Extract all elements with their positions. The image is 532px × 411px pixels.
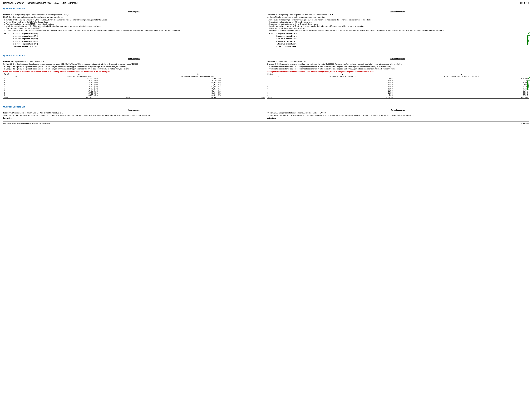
- list-item: Compute the depreciation expense to be r…: [269, 66, 529, 68]
- q2-correct-response: Correct response Exercise 9.3: Depreciat…: [267, 58, 529, 99]
- table-row: 3 118750 (5%) 164,063 (5%): [3, 82, 265, 84]
- q1-content: Your response Exercise 9.2: Distinguishi…: [3, 11, 529, 48]
- table-row: 7 118750 (5%) 52,547 (5%): [3, 90, 265, 92]
- table-row: 1 $ 59375 (5%) $ 125,000 (5%): [3, 77, 265, 79]
- question-2-section: Question 2: Score 2/2 Your response Exer…: [3, 53, 529, 99]
- table-row: 1 $ 59375 $ 125,000: [267, 77, 529, 79]
- q1-your-response: Your response Exercise 9.2: Distinguishi…: [3, 11, 265, 48]
- q1-two-col: Your response Exercise 9.2: Distinguishi…: [3, 11, 529, 48]
- q2-two-col: Your response Exercise 9.3: Depreciation…: [3, 58, 529, 99]
- q2-correct-text: CORRECT: [527, 81, 530, 90]
- divider-1: [3, 51, 529, 51]
- page-header: Homework Manager - Financial Accounting …: [3, 2, 529, 4]
- q2-correct-response-label: Correct response: [267, 58, 529, 60]
- list-item: Compute the depreciation expense to be r…: [269, 68, 529, 70]
- q2-correct-tbody: 1 $ 59375 $ 125,000 2 118750 218,750 3 1…: [267, 77, 529, 99]
- q2-checkmark-icon: ✓: [527, 76, 530, 81]
- q1-your-answers-table: Ex. 9.2 a. Capital expenditure (17%) b. …: [3, 32, 39, 48]
- q1-exercise-title: Exercise 9.2: Distinguishing Capital Exp…: [3, 14, 265, 16]
- q3-problem-title: Problem 9.2A: Comparison of Straight-Lin…: [3, 112, 265, 114]
- list-item: Purchased a pencil sharpener at a cost o…: [269, 28, 529, 29]
- page-title: Homework Manager - Financial Accounting …: [3, 2, 78, 4]
- list-item: Purchased new battery at a cost of $40 f…: [6, 23, 265, 25]
- q1-correct-exercise-title: Exercise 9.2: Distinguishing Capital Exp…: [267, 14, 529, 16]
- list-item: Installed an escalator at a cost of $17,…: [6, 25, 265, 27]
- q1-correct-response: Correct response Exercise 9.2: Distingui…: [267, 11, 529, 48]
- q3-your-response-label: Your response: [3, 109, 265, 111]
- q2-correct-data-table: Ex. 9.3 a. b. Year Straight-Line (Half-Y…: [267, 73, 529, 99]
- q1-your-response-label: Your response: [3, 11, 265, 13]
- q3-correct-problem-title: Problem 9.2A: Comparison of Straight-Lin…: [267, 112, 529, 114]
- list-item: Immediately after acquiring a new delive…: [6, 19, 265, 21]
- list-item: Painted delivery truck at a cost of $450…: [269, 21, 529, 23]
- question-2-title: Question 2: Score 2/2: [3, 54, 529, 57]
- table-row: 4 118750 123,047: [267, 84, 529, 86]
- list-item: Installed an escalator at a cost of $17,…: [269, 25, 529, 27]
- totals-row: Totals $ 950,000 $ 950,000: [267, 96, 529, 99]
- page-footer: http://mh7.brownstone.net/modules/viewRe…: [3, 121, 529, 124]
- list-item: Purchased a pencil sharpener at a cost o…: [6, 28, 265, 29]
- q3-correct-problem-text: Swanson & Hiller, Inc., purchased a new …: [267, 114, 529, 116]
- q2-correct-problem-text: On August 3, Srini Construction purchase…: [267, 63, 529, 65]
- q1-correct-answers-table: Ex. 9.2 a. Capital expenditure b. Revenu…: [267, 32, 298, 48]
- list-item: Compute the depreciation expense to be r…: [6, 68, 265, 70]
- q3-problem-text: Swanson & Hiller, Inc., purchased a new …: [3, 114, 265, 116]
- question-1-section: Question 1: Score 2/2 Your response Exer…: [3, 6, 529, 48]
- list-item: Compute the depreciation expense to be r…: [6, 66, 265, 68]
- q1-correct-identify-text: Identify the following expenditures as c…: [267, 16, 529, 18]
- table-row: 9 59375 (5%) 52,547 (5%): [3, 94, 265, 96]
- q2-your-data-table: Ex. 9.3 a. b. Year Straight-Line (Half-Y…: [3, 73, 265, 99]
- table-row: 3 118750 164,063: [267, 82, 529, 84]
- q1-correct-items-list: Immediately after acquiring a new delive…: [269, 19, 529, 31]
- question-1-title: Question 1: Score 2/2: [3, 7, 529, 10]
- list-item: Original life of the delivery truck had …: [6, 29, 265, 31]
- q2-sub-items: Compute the depreciation expense to be r…: [6, 66, 265, 70]
- q2-problem-text: On August 3, Srini Construction purchase…: [3, 63, 265, 65]
- q3-instructions-label: Instructions: [3, 117, 265, 119]
- q2-red-instruction: Round your answers to the nearest dollar…: [3, 71, 265, 73]
- q1-items-list: Immediately after acquiring a new delive…: [6, 19, 265, 31]
- list-item: Original life of the delivery truck had …: [269, 29, 529, 31]
- q3-correct-response: Correct response Problem 9.2A: Compariso…: [267, 109, 529, 119]
- q1-correct-text: CORRECT: [527, 36, 530, 45]
- q2-content: Your response Exercise 9.3: Depreciation…: [3, 58, 529, 99]
- footer-date: 7/24/2008: [521, 122, 529, 124]
- q2-your-tbody: 1 $ 59375 (5%) $ 125,000 (5%) 2 118750 (…: [3, 77, 265, 99]
- q2-correct-sub-items: Compute the depreciation expense to be r…: [269, 66, 529, 70]
- table-row: 6 118750 (5%) 69,214 (5%): [3, 88, 265, 90]
- totals-row: Totals $ 950,000 (5%) $ 950,000 (5%): [3, 96, 265, 99]
- table-row: 5 118750 (5%) 92,285 (5%): [3, 86, 265, 88]
- page-number: Page 1 of 4: [519, 2, 529, 4]
- q3-two-col: Your response Problem 9.2A: Comparison o…: [3, 109, 529, 119]
- table-row: 2 118750 (5%) 218,750 (5%): [3, 79, 265, 82]
- divider-2: [3, 102, 529, 102]
- q1-correct-response-label: Correct response: [267, 11, 529, 13]
- q2-your-response-label: Your response: [3, 58, 265, 60]
- q2-exercise-title: Exercise 9.3: Depreciation for Fractiona…: [3, 61, 265, 63]
- q3-your-response: Your response Problem 9.2A: Comparison o…: [3, 109, 265, 119]
- table-row: 8 118750 52,547: [267, 92, 529, 94]
- table-row: 7 118750 52,547: [267, 90, 529, 92]
- list-item: Immediately after acquiring a new delive…: [269, 19, 529, 21]
- q1-checkmark-icon: ✓: [527, 31, 530, 36]
- q1-identify-text: Identify the following expenditures as c…: [3, 16, 265, 18]
- table-row: 9 59375 52,547: [267, 94, 529, 96]
- q2-correct-exercise-title: Exercise 9.3: Depreciation for Fractiona…: [267, 61, 529, 63]
- table-row: 2 118750 218,750: [267, 79, 529, 82]
- q2-correct-badge: ✓ CORRECT: [527, 76, 530, 90]
- list-item: Purchased new battery at a cost of $40 f…: [269, 23, 529, 25]
- q2-correct-red-instruction: Round your answers to the nearest dollar…: [267, 71, 529, 73]
- table-row: 8 118750 (5%) 52,547 (5%): [3, 92, 265, 94]
- table-row: 6 118750 69,214: [267, 88, 529, 90]
- q3-correct-instructions-label: Instructions: [267, 117, 529, 119]
- q2-your-response: Your response Exercise 9.3: Depreciation…: [3, 58, 265, 99]
- q3-correct-response-label: Correct response: [267, 109, 529, 111]
- table-row: 4 118750 (5%) 123,047 (5%): [3, 84, 265, 86]
- question-3-section: Question 3: Score 2/2 Your response Prob…: [3, 104, 529, 119]
- table-row: 5 118750 92,285: [267, 86, 529, 88]
- footer-url: http://mh7.brownstone.net/modules/viewRe…: [3, 122, 50, 124]
- question-3-title: Question 3: Score 2/2: [3, 106, 529, 108]
- q1-correct-badge: ✓ CORRECT: [527, 31, 530, 45]
- list-item: Painted delivery truck at a cost of $450…: [6, 21, 265, 23]
